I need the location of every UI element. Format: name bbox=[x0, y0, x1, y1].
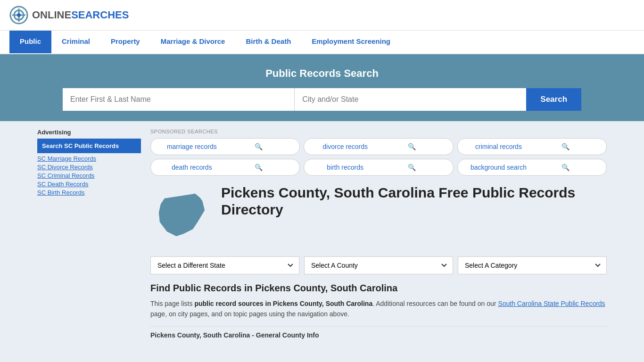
nav-birth-death[interactable]: Birth & Death bbox=[235, 31, 301, 53]
sidebar-link-birth[interactable]: SC Birth Records bbox=[37, 189, 141, 196]
dropdowns-row: Select a Different State Select A County… bbox=[150, 256, 607, 274]
main-container: Advertising Search SC Public Records SC … bbox=[30, 121, 614, 339]
main-nav: Public Criminal Property Marriage & Divo… bbox=[0, 31, 644, 54]
search-pills: marriage records 🔍 divorce records 🔍 cri… bbox=[150, 138, 607, 176]
find-title: Find Public Records in Pickens County, S… bbox=[150, 283, 607, 294]
svg-point-4 bbox=[17, 13, 21, 17]
location-input[interactable] bbox=[295, 88, 526, 111]
logo-online: ONLINE bbox=[32, 9, 71, 21]
sidebar-highlight[interactable]: Search SC Public Records bbox=[37, 139, 141, 153]
pill-divorce[interactable]: divorce records 🔍 bbox=[304, 138, 453, 155]
search-icon-1: 🔍 bbox=[225, 143, 292, 150]
nav-criminal[interactable]: Criminal bbox=[51, 31, 100, 53]
sidebar-link-death[interactable]: SC Death Records bbox=[37, 181, 141, 188]
category-dropdown[interactable]: Select A Category bbox=[458, 256, 607, 274]
state-records-link[interactable]: South Carolina State Public Records bbox=[498, 300, 605, 307]
county-title: Pickens County, South Carolina Free Publ… bbox=[221, 184, 607, 218]
search-icon-6: 🔍 bbox=[532, 164, 599, 171]
find-desc: This page lists public record sources in… bbox=[150, 298, 607, 320]
county-section: Pickens County, South Carolina Free Publ… bbox=[150, 184, 607, 247]
pill-background[interactable]: background search 🔍 bbox=[457, 159, 607, 176]
nav-marriage-divorce[interactable]: Marriage & Divorce bbox=[150, 31, 236, 53]
nav-public[interactable]: Public bbox=[9, 31, 51, 53]
pill-death[interactable]: death records 🔍 bbox=[150, 159, 300, 176]
content-area: SPONSORED SEARCHES marriage records 🔍 di… bbox=[150, 129, 607, 339]
search-icon-4: 🔍 bbox=[225, 164, 292, 171]
search-button[interactable]: Search bbox=[526, 88, 581, 111]
logo[interactable]: ONLINESEARCHES bbox=[9, 6, 129, 25]
site-header: ONLINESEARCHES bbox=[0, 0, 644, 31]
pill-marriage[interactable]: marriage records 🔍 bbox=[150, 138, 300, 155]
logo-text: ONLINESEARCHES bbox=[32, 9, 129, 21]
search-banner-title: Public Records Search bbox=[14, 67, 630, 80]
search-icon-2: 🔍 bbox=[379, 143, 446, 150]
search-form: Search bbox=[63, 88, 581, 111]
pill-birth[interactable]: birth records 🔍 bbox=[304, 159, 453, 176]
sidebar-link-marriage[interactable]: SC Marriage Records bbox=[37, 155, 141, 162]
section-divider bbox=[150, 326, 607, 327]
search-icon-3: 🔍 bbox=[532, 143, 599, 150]
search-icon-5: 🔍 bbox=[379, 164, 446, 171]
name-input[interactable] bbox=[63, 88, 295, 111]
sidebar-link-divorce[interactable]: SC Divorce Records bbox=[37, 164, 141, 171]
logo-searches: SEARCHES bbox=[71, 9, 129, 21]
search-banner: Public Records Search Search bbox=[0, 54, 644, 121]
nav-property[interactable]: Property bbox=[100, 31, 150, 53]
sc-map-svg bbox=[150, 184, 212, 246]
county-dropdown[interactable]: Select A County bbox=[304, 256, 453, 274]
general-info: Pickens County, South Carolina - General… bbox=[150, 331, 607, 339]
ad-label: Advertising bbox=[37, 129, 141, 136]
state-map bbox=[150, 184, 212, 247]
nav-employment[interactable]: Employment Screening bbox=[301, 31, 401, 53]
pill-criminal[interactable]: criminal records 🔍 bbox=[457, 138, 607, 155]
logo-icon bbox=[9, 6, 28, 25]
sidebar: Advertising Search SC Public Records SC … bbox=[37, 129, 141, 339]
sidebar-link-criminal[interactable]: SC Criminal Records bbox=[37, 172, 141, 179]
sponsored-label: SPONSORED SEARCHES bbox=[150, 129, 607, 134]
state-dropdown[interactable]: Select a Different State bbox=[150, 256, 299, 274]
